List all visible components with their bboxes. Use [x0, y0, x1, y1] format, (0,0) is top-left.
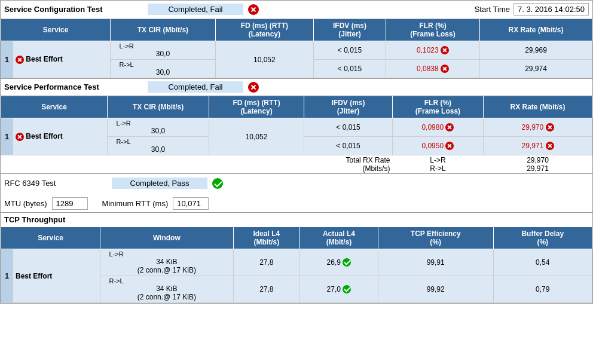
section2-table: Service TX CIR (Mbit/s) FD (ms) (RTT)(La… [1, 96, 592, 173]
section1-title: Service Configuration Test [4, 5, 148, 14]
col-txcir2: TX CIR (Mbit/s) [108, 96, 209, 118]
mtu-label: MTU (bytes) [4, 199, 47, 208]
col-flr2: FLR (%)(Frame Loss) [392, 96, 483, 118]
actual1-pass-icon [343, 258, 351, 267]
row-num2: 1 [1, 118, 13, 155]
row4-tcpeff2: 99,92 [378, 276, 493, 303]
table-row: 1 Best Effort L->R 30,0 10,052 < 0,015 0… [1, 41, 592, 60]
col-rxrate: RX Rate (Mbit/s) [479, 19, 592, 41]
col-bufdelay: Buffer Delay(%) [493, 227, 592, 249]
col-service2: Service [1, 96, 108, 118]
col-service4: Service [1, 227, 100, 249]
row4-ideal1: 27,8 [233, 249, 299, 276]
table-row: 1 Best Effort L->R 34 KiB(2 conn.@ 17 Ki… [1, 249, 592, 276]
row-ifdv1: < 0,015 [314, 41, 386, 60]
section2-title: Service Performance Test [4, 82, 148, 91]
section1-table-header: Service TX CIR (Mbit/s) FD (ms) (RTT)(La… [1, 19, 592, 41]
rtt-value: 10,071 [173, 197, 209, 210]
section1-table: Service TX CIR (Mbit/s) FD (ms) (RTT)(La… [1, 19, 592, 78]
flr1-fail-icon [441, 46, 449, 54]
row-dir1: L->R 30,0 [111, 41, 216, 60]
row4-bufdelay2: 0,79 [493, 276, 592, 303]
rfc-status: Completed, Pass [112, 178, 207, 189]
section4-table: Service Window Ideal L4(Mbit/s) Actual L… [1, 227, 592, 303]
rfc-title: RFC 6349 Test [4, 179, 76, 188]
row4-tcpeff1: 99,91 [378, 249, 493, 276]
row2-dir2: R->L 30,0 [108, 137, 209, 155]
row-rxrate2: 29,974 [479, 60, 592, 78]
col-actual: Actual L4(Mbit/s) [300, 227, 378, 249]
col-ifdv: IFDV (ms)(Jitter) [314, 19, 386, 41]
row-service4: Best Effort [13, 249, 100, 303]
row-num4: 1 [1, 249, 13, 303]
row4-bufdelay1: 0,54 [493, 249, 592, 276]
row2-rxrate1: 29,970 [483, 118, 592, 137]
actual2-pass-icon [343, 285, 351, 293]
col-tcpeff: TCP Efficiency(%) [378, 227, 493, 249]
row2-fail-icon [16, 133, 24, 141]
tcp-title: TCP Throughput [1, 213, 592, 227]
flr2-2-icon [445, 142, 454, 150]
col-service: Service [1, 19, 111, 41]
section1-fail-icon [248, 4, 259, 15]
row4-ideal2: 27,8 [233, 276, 299, 303]
row4-dir2: R->L 34 KiB(2 conn.@ 17 KiB) [100, 276, 234, 303]
row-fd: 10,052 [215, 41, 313, 78]
row-fail-icon [16, 56, 24, 64]
section2-header: Service Performance Test Completed, Fail [1, 79, 592, 96]
total-rx-row: Total RX Rate(Mbits/s) L->RR->L 29,97029… [1, 155, 592, 174]
section1-header: Service Configuration Test Completed, Fa… [1, 1, 592, 19]
row2-ifdv1: < 0,015 [304, 118, 393, 137]
col-rxrate2: RX Rate (Mbit/s) [483, 96, 592, 118]
col-window: Window [100, 227, 234, 249]
rfc-pass-icon [212, 178, 223, 189]
row4-actual2: 27,0 [300, 276, 378, 303]
row-service2: Best Effort [13, 118, 108, 155]
row2-rxrate2: 29,971 [483, 137, 592, 155]
row-flr2: 0,0838 [386, 60, 480, 78]
row-ifdv2: < 0,015 [314, 60, 386, 78]
col-flr: FLR (%)(Frame Loss) [386, 19, 480, 41]
start-time-value: 7. 3. 2016 14:02:50 [513, 3, 589, 16]
row2-flr2: 0,0950 [392, 137, 483, 155]
rtt-label: Minimum RTT (ms) [102, 199, 169, 208]
col-fd: FD (ms) (RTT)(Latency) [215, 19, 313, 41]
section2-table-header: Service TX CIR (Mbit/s) FD (ms) (RTT)(La… [1, 96, 592, 118]
col-ideal: Ideal L4(Mbit/s) [233, 227, 299, 249]
row4-dir1: L->R 34 KiB(2 conn.@ 17 KiB) [100, 249, 234, 276]
row-num: 1 [1, 41, 13, 78]
section2-fail-icon [248, 82, 259, 93]
section1-status: Completed, Fail [148, 4, 243, 15]
rfc-header-row: RFC 6349 Test Completed, Pass [4, 178, 589, 189]
flr2-1-icon [445, 123, 454, 131]
rfc-section: RFC 6349 Test Completed, Pass [1, 174, 592, 195]
mtu-value: 1289 [52, 197, 88, 210]
row-rxrate1: 29,969 [479, 41, 592, 60]
row2-flr1: 0,0980 [392, 118, 483, 137]
table-row: 1 Best Effort L->R 30,0 10,052 < 0,015 0… [1, 118, 592, 137]
row4-actual1: 26,9 [300, 249, 378, 276]
row2-fd: 10,052 [209, 118, 304, 155]
section4-table-header: Service Window Ideal L4(Mbit/s) Actual L… [1, 227, 592, 249]
row2-ifdv2: < 0,015 [304, 137, 393, 155]
rxrate2-2-icon [546, 142, 554, 150]
rxrate2-1-icon [546, 123, 554, 131]
flr2-fail-icon [441, 65, 449, 73]
row-service: Best Effort [13, 41, 111, 78]
mtu-row: MTU (bytes) 1289 Minimum RTT (ms) 10,071 [1, 195, 592, 212]
row-dir2: R->L 30,0 [111, 60, 216, 78]
row2-dir1: L->R 30,0 [108, 118, 209, 137]
row-flr1: 0,1023 [386, 41, 480, 60]
start-time-label: Start Time [475, 5, 510, 14]
col-fd2: FD (ms) (RTT)(Latency) [209, 96, 304, 118]
col-txcir: TX CIR (Mbit/s) [111, 19, 216, 41]
col-ifdv2: IFDV (ms)(Jitter) [304, 96, 393, 118]
section2-status: Completed, Fail [148, 81, 243, 93]
